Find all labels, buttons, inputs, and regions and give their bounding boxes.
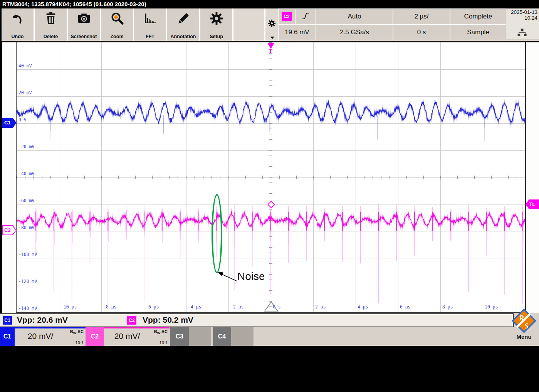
measurement-bar: C1 Vpp: 20.6 mV C2 Vpp: 50.2 mV — [0, 313, 514, 327]
measurement-c2-badge: C2 — [127, 316, 136, 325]
toolbar: Undo Delete Screenshot Zoom FFT Annotati… — [0, 8, 539, 42]
x-axis-label: 2 µs — [315, 304, 326, 310]
x-axis-label: -2 µs — [230, 304, 244, 310]
camera-icon — [68, 12, 100, 27]
chevron-down-icon — [270, 37, 274, 39]
x-axis-label: -6 µs — [146, 304, 159, 310]
network-icon — [517, 28, 527, 38]
rising-edge-icon — [301, 11, 310, 22]
x-axis-label: -10 µs — [61, 304, 77, 310]
noise-annotation-ellipse — [212, 194, 222, 273]
toolbar-spacer — [233, 8, 265, 41]
gear-icon — [200, 12, 232, 27]
setup-button[interactable]: Setup — [200, 8, 233, 41]
timebase-cell[interactable]: 2 µs/ — [393, 8, 450, 25]
magnifier-icon — [101, 12, 133, 27]
trigger-mode-cell[interactable]: Auto — [316, 8, 393, 25]
delete-button[interactable]: Delete — [35, 8, 68, 41]
annotation-button[interactable]: Annotation — [167, 8, 200, 41]
trigger-source-badge: C2 — [282, 12, 292, 21]
sample-rate-cell: 2.5 GSa/s — [316, 25, 393, 40]
x-axis-label: -4 µs — [188, 304, 201, 310]
x-axis-label: -8 µs — [103, 304, 117, 310]
y-axis-label: -60 mV — [18, 198, 35, 203]
x-axis-label: 10 µs — [485, 304, 498, 310]
c1-position-marker[interactable]: C1 — [2, 118, 17, 128]
c2-scale-label: 20 mV/ — [104, 332, 150, 341]
trigger-source-cell[interactable]: C2 — [278, 8, 295, 25]
svg-text:R: R — [519, 314, 524, 322]
horizontal-position-cell[interactable]: 0 s — [393, 25, 450, 40]
channel-c1-button[interactable]: C1 — [0, 327, 15, 346]
window-title: RTM3004; 1335.8794K04; 105645 (01.600 20… — [0, 0, 539, 8]
date-text: 2025-01-13 — [506, 9, 537, 15]
y-axis-label: 0 V — [18, 117, 27, 122]
noise-annotation-arrow — [214, 270, 239, 285]
c1-coupling-label: BW AC — [70, 329, 84, 335]
channel-c3-button[interactable]: C3 — [170, 327, 189, 346]
trigger-level-cell[interactable]: 19.6 mV — [278, 25, 316, 40]
measurement-c2-value: Vpp: 50.2 mV — [143, 315, 193, 325]
mini-gear-icon — [268, 19, 276, 29]
c2-probe-label: 10:1 — [160, 340, 168, 345]
acquisition-mode-cell[interactable]: Sample — [450, 25, 506, 40]
y-axis-label: -100 mV — [18, 252, 37, 257]
channel-c2-button[interactable]: C2 — [86, 327, 104, 346]
undo-button[interactable]: Undo — [2, 8, 35, 41]
measurement-c1-badge: C1 — [3, 316, 12, 325]
screen-left-edge — [0, 42, 2, 313]
measurement-c1-value: Vpp: 20.6 mV — [17, 315, 68, 325]
c2-coupling-label: BW AC — [154, 329, 168, 335]
time-text: 10:24 — [506, 15, 537, 21]
y-axis-label: 40 mV — [18, 63, 32, 69]
undo-icon — [2, 12, 34, 27]
channel-c1-settings[interactable]: 20 mV/ BW AC 10:1 — [15, 327, 86, 346]
y-axis-label: -140 mV — [18, 306, 37, 311]
trash-icon — [35, 12, 67, 27]
datetime-display: 2025-01-13 10:24 — [506, 8, 539, 39]
y-axis-label: -80 mV — [18, 225, 35, 230]
channel-c4-settings[interactable] — [231, 327, 254, 346]
c2-position-marker[interactable]: C2 — [2, 225, 17, 235]
x-axis-label: 4 µs — [358, 304, 368, 310]
x-axis-label: 6 µs — [400, 304, 411, 310]
screenshot-button[interactable]: Screenshot — [68, 8, 101, 41]
channel-c3-settings[interactable] — [189, 327, 211, 346]
x-axis-label: 8 µs — [442, 304, 453, 310]
fft-button[interactable]: FFT — [134, 8, 167, 41]
y-axis-label: 20 mV — [18, 90, 32, 95]
zoom-button[interactable]: Zoom — [101, 8, 134, 41]
fft-spectrum-icon — [134, 12, 166, 27]
y-axis-label: -20 mV — [18, 144, 35, 149]
waveform-display[interactable] — [17, 42, 525, 312]
svg-text:S: S — [524, 322, 528, 330]
y-axis-label: -40 mV — [18, 171, 35, 176]
toolbar-options-button[interactable] — [265, 8, 279, 41]
y-axis-label: -120 mV — [18, 279, 37, 284]
trigger-slope-cell[interactable] — [295, 8, 316, 25]
channel-c4-button[interactable]: C4 — [213, 327, 231, 346]
noise-annotation-label: Noise — [237, 270, 265, 283]
c1-probe-label: 10:1 — [76, 340, 84, 345]
x-axis-label: 0 s — [273, 304, 281, 310]
plot-area: T Noise 40 mV20 mV0 V-20 mV-40 mV-60 mV-… — [16, 42, 526, 313]
screen-bezel — [0, 346, 539, 392]
menu-button[interactable]: RS Menu — [509, 307, 539, 346]
channel-c2-settings[interactable]: 20 mV/ BW AC 10:1 — [104, 327, 170, 346]
c1-scale-label: 20 mV/ — [15, 332, 66, 341]
trigger-t-label: T — [269, 48, 272, 55]
acquisition-state-cell: Complete — [450, 8, 506, 25]
pencil-icon — [167, 12, 199, 27]
